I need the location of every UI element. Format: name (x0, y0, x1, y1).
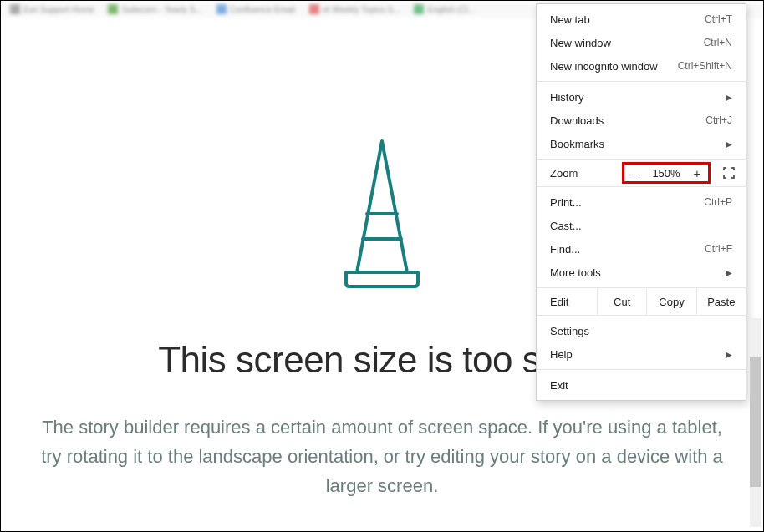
menu-shortcut: Ctrl+Shift+N (678, 60, 732, 72)
edit-label: Edit (550, 296, 597, 308)
menu-shortcut: Ctrl+F (705, 243, 732, 255)
browser-tab[interactable]: Confluence Email (211, 3, 300, 15)
menu-exit[interactable]: Exit (537, 373, 746, 397)
menu-label: New incognito window (550, 60, 658, 73)
tab-label: English (Cl... (427, 5, 475, 14)
menu-label: Print... (550, 196, 582, 209)
submenu-arrow-icon: ▶ (726, 93, 732, 102)
submenu-arrow-icon: ▶ (726, 139, 732, 149)
menu-shortcut: Ctrl+J (705, 114, 732, 126)
menu-bookmarks[interactable]: Bookmarks▶ (537, 132, 746, 155)
cone-icon (328, 134, 436, 293)
menu-label: Cast... (550, 220, 582, 232)
copy-button[interactable]: Copy (646, 288, 695, 315)
menu-new-window[interactable]: New windowCtrl+N (537, 31, 746, 54)
menu-shortcut: Ctrl+P (704, 196, 732, 208)
menu-settings[interactable]: Settings (537, 319, 746, 342)
submenu-arrow-icon: ▶ (726, 268, 732, 277)
menu-more-tools[interactable]: More tools▶ (537, 261, 746, 284)
menu-label: New tab (550, 13, 590, 26)
menu-label: Exit (550, 379, 568, 392)
tab-label: Esri Support Home (23, 5, 94, 14)
menu-label: Find... (550, 243, 580, 256)
menu-shortcut: Ctrl+T (705, 13, 732, 25)
menu-downloads[interactable]: DownloadsCtrl+J (537, 109, 746, 132)
page-subtext: The story builder requires a certain amo… (23, 413, 741, 501)
submenu-arrow-icon: ▶ (726, 350, 732, 359)
menu-find[interactable]: Find...Ctrl+F (537, 237, 746, 261)
tab-label: et Weekly Topics S... (323, 5, 400, 14)
menu-label: More tools (550, 266, 601, 279)
browser-tab[interactable]: Suitecorn - Yearly S... (103, 3, 206, 15)
browser-tab[interactable]: Esri Support Home (5, 3, 99, 15)
fullscreen-icon (723, 167, 735, 179)
zoom-in-button[interactable]: + (686, 166, 708, 180)
cut-button[interactable]: Cut (597, 288, 646, 315)
menu-label: New window (550, 37, 611, 49)
menu-label: Downloads (550, 114, 604, 127)
fullscreen-button[interactable] (719, 165, 739, 181)
menu-label: Bookmarks (550, 138, 604, 150)
menu-shortcut: Ctrl+N (704, 37, 732, 48)
browser-main-menu: New tabCtrl+T New windowCtrl+N New incog… (536, 3, 746, 401)
menu-new-incognito[interactable]: New incognito windowCtrl+Shift+N (537, 54, 746, 78)
zoom-value: 150% (646, 167, 686, 180)
tab-label: Suitecorn - Yearly S... (121, 5, 201, 14)
menu-label: Settings (550, 325, 589, 337)
browser-tab[interactable]: English (Cl... (409, 3, 480, 15)
menu-zoom-row: Zoom – 150% + (537, 160, 746, 186)
zoom-highlight-box: – 150% + (622, 162, 711, 184)
menu-edit-row: Edit Cut Copy Paste (537, 288, 746, 315)
scrollbar-thumb[interactable] (750, 357, 761, 487)
menu-cast[interactable]: Cast... (537, 214, 746, 237)
menu-new-tab[interactable]: New tabCtrl+T (537, 8, 746, 31)
tab-label: Confluence Email (230, 5, 295, 14)
paste-button[interactable]: Paste (696, 288, 746, 315)
menu-history[interactable]: History▶ (537, 85, 746, 109)
menu-print[interactable]: Print...Ctrl+P (537, 190, 746, 214)
menu-label: Help (550, 348, 573, 361)
zoom-label: Zoom (550, 167, 578, 180)
zoom-out-button[interactable]: – (624, 166, 646, 180)
menu-label: History (550, 91, 583, 104)
menu-help[interactable]: Help▶ (537, 342, 746, 366)
browser-tab[interactable]: et Weekly Topics S... (304, 3, 405, 15)
